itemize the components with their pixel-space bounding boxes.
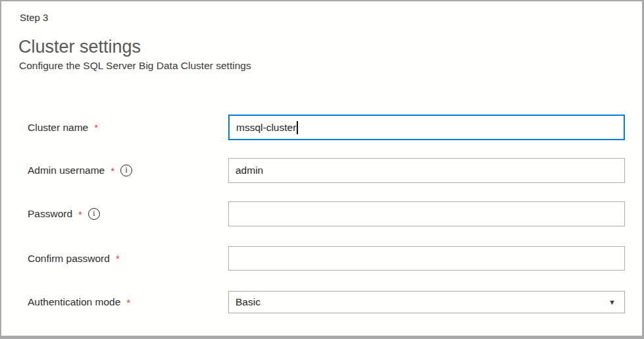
authentication-mode-label-text: Authentication mode: [28, 296, 120, 308]
page-subtitle: Configure the SQL Server Big Data Cluste…: [19, 60, 251, 72]
info-icon[interactable]: i: [88, 208, 100, 220]
authentication-mode-select[interactable]: Basic ▼: [228, 291, 625, 313]
password-label: Password * i: [28, 201, 100, 226]
required-asterisk: *: [78, 209, 82, 220]
confirm-password-label-text: Confirm password: [28, 253, 110, 265]
chevron-down-icon: ▼: [608, 298, 616, 306]
cluster-name-label: Cluster name *: [28, 115, 98, 140]
required-asterisk: *: [111, 165, 114, 176]
field-row-admin-username: Admin username * i: [1, 158, 644, 183]
confirm-password-label: Confirm password *: [28, 246, 120, 271]
required-asterisk: *: [116, 253, 120, 264]
field-row-password: Password * i: [1, 201, 644, 226]
cluster-name-value: mssql-cluster: [236, 122, 296, 134]
admin-username-input[interactable]: [228, 158, 625, 183]
page-title: Cluster settings: [18, 37, 141, 57]
text-caret: [297, 121, 298, 134]
password-input[interactable]: [228, 201, 625, 226]
required-asterisk: *: [126, 297, 130, 308]
required-asterisk: *: [94, 122, 98, 133]
password-label-text: Password: [28, 208, 72, 220]
field-row-confirm-password: Confirm password *: [1, 246, 644, 271]
authentication-mode-value: Basic: [235, 296, 260, 308]
authentication-mode-label: Authentication mode *: [28, 291, 130, 313]
cluster-settings-dialog: Step 3 Cluster settings Configure the SQ…: [0, 0, 644, 339]
confirm-password-input[interactable]: [228, 246, 625, 271]
step-indicator: Step 3: [20, 12, 48, 23]
cluster-name-label-text: Cluster name: [28, 122, 88, 134]
info-icon[interactable]: i: [120, 165, 132, 176]
field-row-authentication-mode: Authentication mode * Basic ▼: [1, 291, 644, 313]
admin-username-label-text: Admin username: [28, 165, 105, 176]
field-row-cluster-name: Cluster name * mssql-cluster: [1, 115, 644, 140]
cluster-name-input[interactable]: mssql-cluster: [228, 115, 625, 140]
admin-username-label: Admin username * i: [28, 158, 132, 183]
